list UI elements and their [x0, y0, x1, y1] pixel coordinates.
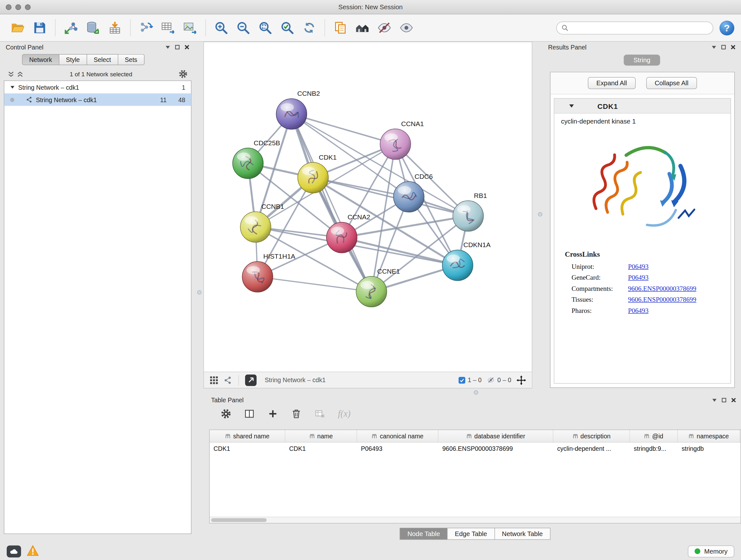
table-cell[interactable]: CDK1: [285, 442, 357, 455]
network-canvas[interactable]: CCNB2CCNA1CDC25BCDK1CDC6RB1CCNB1CCNA2CDK…: [204, 42, 533, 388]
new-network-from-selection-button[interactable]: [137, 18, 156, 38]
home-button[interactable]: [353, 18, 372, 38]
delete-trash-icon[interactable]: [291, 409, 301, 419]
delete-table-icon[interactable]: [315, 409, 325, 419]
save-session-button[interactable]: [30, 18, 50, 38]
column-header-description[interactable]: description: [553, 430, 630, 442]
panel-float-icon[interactable]: [175, 44, 180, 50]
tab-string[interactable]: String: [624, 55, 660, 66]
table-cell[interactable]: stringdb:9...: [630, 442, 678, 455]
tree-expand-icon[interactable]: [10, 85, 15, 90]
collapse-all-icon[interactable]: [8, 71, 14, 77]
cloud-status-button[interactable]: [7, 545, 21, 557]
table-cell[interactable]: cyclin-dependent ...: [553, 442, 630, 455]
node-CDC25B[interactable]: [232, 148, 263, 179]
zoom-in-button[interactable]: [212, 18, 231, 38]
bottom-splitter-handle[interactable]: [474, 390, 478, 395]
pan-crosshair-icon[interactable]: [517, 375, 526, 385]
minimize-window-button[interactable]: [15, 4, 21, 10]
table-row[interactable]: CDK1CDK1P064939606.ENSP00000378699cyclin…: [210, 442, 741, 455]
add-icon[interactable]: [268, 409, 278, 419]
node-CCNE1[interactable]: [356, 276, 387, 307]
column-header-namespace[interactable]: namespace: [678, 430, 740, 442]
import-table-from-file-button[interactable]: [105, 18, 125, 38]
tab-sets[interactable]: Sets: [118, 54, 145, 65]
column-header-canonical-name[interactable]: canonical name: [357, 430, 439, 442]
import-network-from-database-button[interactable]: [83, 18, 103, 38]
open-session-button[interactable]: [8, 18, 27, 38]
network-collection-row[interactable]: String Network – cdk1 1: [4, 81, 191, 94]
expand-all-icon[interactable]: [17, 71, 23, 77]
expand-all-button[interactable]: Expand All: [588, 77, 636, 89]
crosslink-link[interactable]: 9606.ENSP00000378699: [628, 285, 696, 293]
node-RB1[interactable]: [453, 201, 483, 232]
tab-select[interactable]: Select: [87, 54, 118, 65]
network-row-selected[interactable]: String Network – cdk1 11 48: [4, 94, 191, 106]
show-all-button[interactable]: [397, 18, 416, 38]
panel-collapse-icon[interactable]: [711, 44, 717, 50]
copy-button[interactable]: [331, 18, 350, 38]
node-CCNB1[interactable]: [240, 212, 271, 242]
search-input[interactable]: [571, 24, 708, 32]
warnings-button[interactable]: [27, 545, 39, 558]
node-CDKN1A[interactable]: [442, 250, 473, 281]
column-header-shared-name[interactable]: shared name: [210, 430, 285, 442]
zoom-selected-button[interactable]: [278, 18, 297, 38]
zoom-window-button[interactable]: [25, 4, 30, 10]
refresh-button[interactable]: [300, 18, 319, 38]
crosslink-link[interactable]: 9606.ENSP00000378699: [628, 296, 696, 303]
show-columns-icon[interactable]: [244, 409, 255, 419]
crosslink-link[interactable]: P06493: [628, 263, 649, 270]
node-CDK1[interactable]: [298, 163, 328, 193]
gene-section-header[interactable]: CDK1: [554, 99, 731, 114]
grid-view-icon[interactable]: [210, 376, 218, 384]
panel-close-icon[interactable]: [731, 397, 737, 402]
node-HIST1H1A[interactable]: [242, 261, 273, 292]
crosslink-link[interactable]: P06493: [628, 273, 649, 281]
column-header-database-identifier[interactable]: database identifier: [439, 430, 553, 442]
export-table-button[interactable]: [158, 18, 178, 38]
node-CCNA2[interactable]: [327, 222, 357, 253]
left-splitter-handle[interactable]: [197, 290, 202, 295]
function-builder-icon[interactable]: f(x): [338, 409, 351, 419]
search-field[interactable]: [556, 21, 713, 35]
zoom-out-button[interactable]: [233, 18, 253, 38]
gear-icon[interactable]: [179, 70, 188, 79]
node-CCNB2[interactable]: [276, 99, 307, 129]
export-image-button[interactable]: [181, 18, 200, 38]
table-cell[interactable]: P06493: [357, 442, 439, 455]
column-header--id[interactable]: @id: [630, 430, 678, 442]
close-window-button[interactable]: [6, 4, 11, 10]
scrollbar-thumb[interactable]: [211, 518, 267, 522]
tab-edge-table[interactable]: Edge Table: [448, 528, 495, 540]
edge-CCNB2-CCNE1[interactable]: [292, 114, 372, 292]
help-button[interactable]: ?: [720, 20, 735, 36]
edge-HIST1H1A-CCNE1[interactable]: [258, 277, 372, 292]
panel-collapse-icon[interactable]: [712, 397, 718, 402]
hide-selected-button[interactable]: [375, 18, 394, 38]
share-view-icon[interactable]: [224, 376, 232, 384]
selected-checkbox-icon[interactable]: [459, 377, 465, 383]
memory-button[interactable]: Memory: [688, 545, 734, 557]
horizontal-scrollbar[interactable]: [210, 517, 741, 523]
right-splitter-handle[interactable]: [538, 212, 542, 217]
node-CCNA1[interactable]: [380, 129, 411, 160]
panel-float-icon[interactable]: [721, 44, 726, 50]
panel-collapse-icon[interactable]: [165, 44, 171, 50]
table-settings-gear-icon[interactable]: [221, 409, 231, 419]
hidden-eye-icon[interactable]: [487, 376, 495, 384]
node-CDC6[interactable]: [394, 182, 424, 212]
panel-close-icon[interactable]: [185, 44, 190, 50]
birds-eye-view-button[interactable]: [245, 374, 257, 386]
table-cell[interactable]: stringdb: [678, 442, 740, 455]
edge-CCNB2-CCNA1[interactable]: [292, 114, 396, 144]
tab-network-table[interactable]: Network Table: [495, 528, 550, 540]
table-cell[interactable]: 9606.ENSP00000378699: [439, 442, 553, 455]
column-header-name[interactable]: name: [285, 430, 357, 442]
section-collapse-icon[interactable]: [569, 103, 575, 109]
collapse-all-button[interactable]: Collapse All: [646, 77, 697, 89]
panel-float-icon[interactable]: [722, 397, 727, 402]
import-network-from-file-button[interactable]: [61, 18, 80, 38]
panel-close-icon[interactable]: [731, 44, 736, 50]
tab-style[interactable]: Style: [59, 54, 87, 65]
